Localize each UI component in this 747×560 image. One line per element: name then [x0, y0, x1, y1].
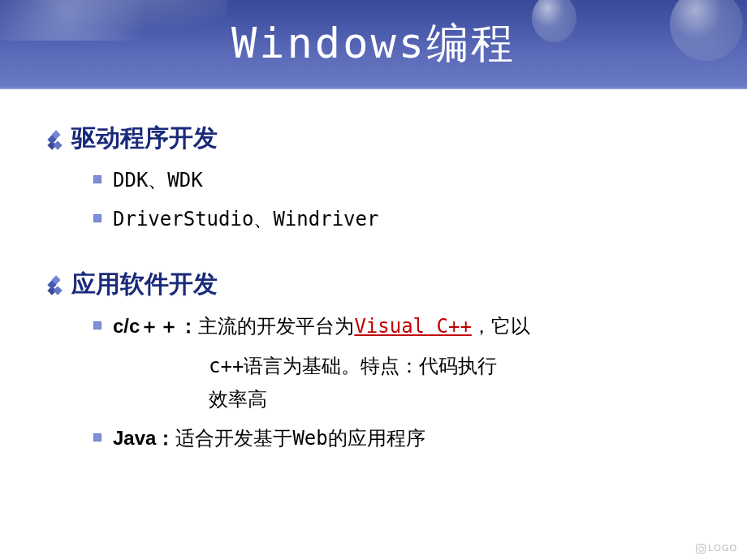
item-continuation: 效率高	[209, 383, 698, 416]
item-text: DriverStudio、Windriver	[113, 204, 698, 235]
water-droplet-decoration	[670, 0, 743, 61]
square-bullet-icon	[93, 175, 101, 183]
item-text: Java：适合开发基于Web的应用程序	[113, 423, 698, 454]
item-continuation: c++语言为基础。特点：代码执行	[209, 350, 698, 383]
section-driver-dev: 驱动程序开发 DDK、WDK DriverStudio、Windriver	[49, 122, 698, 235]
sub-list: c/c＋＋：主流的开发平台为Visual C++，它以 c++语言为基础。特点：…	[93, 311, 698, 454]
item-prefix: 主流的开发平台为	[198, 315, 354, 338]
sub-list: DDK、WDK DriverStudio、Windriver	[93, 165, 698, 235]
list-item: Java：适合开发基于Web的应用程序	[93, 423, 698, 454]
section-header: 应用软件开发	[49, 268, 698, 301]
water-droplet-decoration	[532, 0, 576, 42]
logo-text: LOGO	[708, 543, 737, 553]
diamond-bullet-icon	[49, 277, 63, 291]
item-text: c/c＋＋：主流的开发平台为Visual C++，它以	[113, 311, 698, 342]
square-bullet-icon	[93, 433, 101, 442]
slide-content: 驱动程序开发 DDK、WDK DriverStudio、Windriver 应用…	[0, 89, 747, 519]
square-bullet-icon	[93, 214, 101, 222]
list-item: DriverStudio、Windriver	[93, 204, 698, 235]
item-text: DDK、WDK	[113, 165, 698, 196]
slide-title-bar: Windows编程	[0, 0, 747, 89]
section-app-dev: 应用软件开发 c/c＋＋：主流的开发平台为Visual C++，它以 c++语言…	[49, 268, 698, 454]
list-item: DDK、WDK	[93, 165, 698, 196]
list-item: c/c＋＋：主流的开发平台为Visual C++，它以	[93, 311, 698, 342]
visual-cpp-link[interactable]: Visual C++	[354, 315, 472, 338]
logo-watermark: LOGO	[696, 543, 737, 554]
item-label: c/c＋＋：	[113, 315, 198, 337]
slide-title: Windows编程	[231, 15, 516, 72]
item-label: Java：	[113, 427, 175, 449]
square-bullet-icon	[93, 321, 101, 330]
section-title: 驱动程序开发	[71, 122, 218, 155]
item-suffix: ，它以	[472, 315, 530, 338]
item-body: 适合开发基于Web的应用程序	[175, 427, 425, 450]
diamond-bullet-icon	[49, 131, 63, 146]
section-title: 应用软件开发	[71, 268, 218, 301]
section-header: 驱动程序开发	[49, 122, 698, 155]
logo-icon	[696, 544, 706, 554]
